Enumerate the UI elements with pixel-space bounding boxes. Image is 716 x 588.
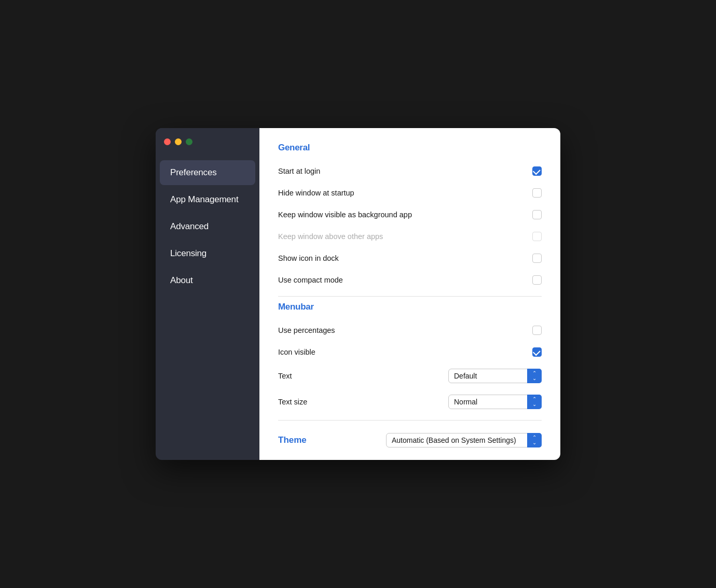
setting-label-use-percentages: Use percentages [278,326,335,334]
setting-label-keep-visible: Keep window visible as background app [278,211,412,219]
sidebar-item-app-management[interactable]: App Management [160,187,255,212]
close-button[interactable] [164,138,171,145]
minimize-button[interactable] [175,138,182,145]
general-header: General [278,143,542,153]
sidebar-item-preferences[interactable]: Preferences [160,160,255,185]
setting-use-percentages: Use percentages [278,319,542,341]
main-content: General Start at login Hide window at st… [259,128,560,460]
checkbox-keep-visible[interactable] [532,210,542,219]
maximize-button[interactable] [186,138,192,145]
menubar-header: Menubar [278,302,542,312]
sidebar-item-about[interactable]: About [160,268,255,293]
setting-compact-mode: Use compact mode [278,269,542,291]
setting-label-compact-mode: Use compact mode [278,276,343,284]
setting-label-text: Text [278,372,292,380]
setting-label-show-icon: Show icon in dock [278,254,339,262]
checkbox-hide-window[interactable] [532,188,542,198]
setting-label-icon-visible: Icon visible [278,348,315,356]
setting-keep-visible: Keep window visible as background app [278,204,542,226]
setting-hide-window: Hide window at startup [278,182,542,204]
setting-icon-visible: Icon visible [278,341,542,363]
divider-general-menubar [278,296,542,297]
checkbox-use-percentages[interactable] [532,326,542,335]
app-window: Preferences App Management Advanced Lice… [156,128,560,460]
setting-show-icon: Show icon in dock [278,247,542,269]
setting-start-at-login: Start at login [278,160,542,182]
text-dropdown[interactable]: Default None CPU Memory Network [448,369,542,383]
text-size-select-wrapper: Small Normal Large [448,395,542,409]
checkbox-compact-mode[interactable] [532,275,542,285]
setting-text-size: Text size Small Normal Large [278,389,542,415]
sidebar: Preferences App Management Advanced Lice… [156,128,259,460]
setting-keep-above: Keep window above other apps [278,226,542,247]
setting-label-text-size: Text size [278,398,307,406]
setting-text: Text Default None CPU Memory Network [278,363,542,389]
divider-menubar-theme [278,420,542,421]
titlebar [156,128,259,155]
checkbox-icon-visible[interactable] [532,347,542,357]
checkbox-keep-above[interactable] [532,232,542,241]
setting-label-hide-window: Hide window at startup [278,189,354,197]
checkbox-start-at-login[interactable] [532,166,542,176]
sidebar-item-advanced[interactable]: Advanced [160,214,255,239]
theme-dropdown[interactable]: Automatic (Based on System Settings) Lig… [386,433,542,447]
theme-label: Theme [278,435,307,445]
setting-label-start-at-login: Start at login [278,167,320,175]
sidebar-nav: Preferences App Management Advanced Lice… [156,155,259,294]
text-select-wrapper: Default None CPU Memory Network [448,369,542,383]
checkbox-show-icon[interactable] [532,254,542,263]
setting-label-keep-above: Keep window above other apps [278,232,383,241]
theme-row: Theme Automatic (Based on System Setting… [278,426,542,455]
text-size-dropdown[interactable]: Small Normal Large [448,395,542,409]
sidebar-item-licensing[interactable]: Licensing [160,241,255,266]
theme-select-wrapper: Automatic (Based on System Settings) Lig… [386,433,542,447]
